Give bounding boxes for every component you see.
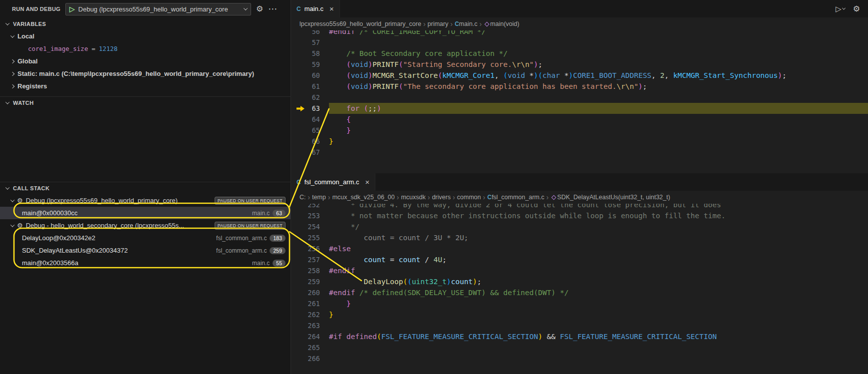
breadcrumb-item[interactable]: C: xyxy=(299,194,306,201)
scope-global[interactable]: Global xyxy=(0,55,290,67)
line-gutter[interactable]: 264 xyxy=(291,331,329,342)
callstack-frame[interactable]: SDK_DelayAtLeastUs@0x20034372fsl_common_… xyxy=(0,244,290,257)
line-gutter[interactable]: 59 xyxy=(291,59,329,70)
code-line-64[interactable]: 64 { xyxy=(291,114,868,125)
breadcrumb-item[interactable]: mcux_sdk_v25_06_00 xyxy=(332,194,395,201)
code-line-66[interactable]: 66} xyxy=(291,136,868,147)
code-line-67[interactable]: 67 xyxy=(291,147,868,158)
callstack-list: ⚙Debug (lpcxpresso55s69_hello_world_prim… xyxy=(0,194,290,269)
callstack-frame[interactable]: main@0x2003566amain.c55 xyxy=(0,257,290,269)
line-gutter[interactable]: 252 xyxy=(291,204,329,210)
line-gutter[interactable]: 261 xyxy=(291,298,329,309)
scope-label: Global xyxy=(17,57,37,65)
callstack-session[interactable]: ⚙Debug - hello_world_secondary_core (lpc… xyxy=(0,219,290,232)
line-gutter[interactable]: 263 xyxy=(291,320,329,331)
code-line-56[interactable]: 56#endif /* CORE1_IMAGE_COPY_TO_RAM */ xyxy=(291,30,868,37)
code-line-262[interactable]: 262} xyxy=(291,309,868,320)
line-gutter[interactable]: 64 xyxy=(291,114,329,125)
code-line-59[interactable]: 59 (void)PRINTF("Starting Secondary core… xyxy=(291,59,868,70)
gear-icon[interactable]: ⚙ xyxy=(853,5,860,13)
code-line-58[interactable]: 58 /* Boot Secondary core application */ xyxy=(291,48,868,59)
code-line-256[interactable]: 256#else xyxy=(291,243,868,254)
line-gutter[interactable]: 62 xyxy=(291,92,329,103)
callstack-session[interactable]: ⚙Debug (lpcxpresso55s69_hello_world_prim… xyxy=(0,194,290,207)
code-line-260[interactable]: 260#endif /* defined(SDK_DELAY_USE_DWT) … xyxy=(291,287,868,298)
debug-config-dropdown[interactable]: ▷ Debug (lpcxpresso55s69_hello_world_pri… xyxy=(65,3,251,15)
line-gutter[interactable]: 61 xyxy=(291,81,329,92)
code-line-65[interactable]: 65 } xyxy=(291,125,868,136)
code-line-266[interactable]: 266 xyxy=(291,353,868,364)
code-line-57[interactable]: 57 xyxy=(291,37,868,48)
callstack-frame[interactable]: main@0x000030ccmain.c63 xyxy=(0,207,290,219)
line-gutter[interactable]: 65 xyxy=(291,125,329,136)
breadcrumb-item[interactable]: mcuxsdk xyxy=(401,194,425,201)
line-gutter[interactable]: 66 xyxy=(291,136,329,147)
watch-section-header[interactable]: WATCH xyxy=(0,97,290,109)
line-gutter[interactable]: 265 xyxy=(291,342,329,353)
breadcrumb-item[interactable]: common xyxy=(457,194,481,201)
session-label: Debug - hello_world_secondary_core (lpcx… xyxy=(26,222,184,229)
breadcrumb-item[interactable]: lpcxpresso55s69_hello_world_primary_core xyxy=(299,20,421,27)
code-line-60[interactable]: 60 (void)MCMGR_StartCore(kMCMGR_Core1, (… xyxy=(291,70,868,81)
code-editor-fsl-common-arm-c[interactable]: 252 * divide 4. By the way, divide 2 or … xyxy=(291,204,868,374)
code-line-62[interactable]: 62 xyxy=(291,92,868,103)
line-gutter[interactable]: 259 xyxy=(291,276,329,287)
code-editor-main-c[interactable]: 56#endif /* CORE1_IMAGE_COPY_TO_RAM */57… xyxy=(291,30,868,173)
breadcrumb-item[interactable]: main(void) xyxy=(490,20,519,27)
line-gutter[interactable]: 255 xyxy=(291,232,329,243)
breadcrumb-item[interactable]: SDK_DelayAtLeastUs(uint32_t, uint32_t) xyxy=(557,194,670,201)
variable-row[interactable]: core1_image_size = 12128 xyxy=(0,42,290,55)
code-line-253[interactable]: 253 * not matter because other instructi… xyxy=(291,210,868,221)
line-gutter[interactable]: 256 xyxy=(291,243,329,254)
tab-fsl-common-arm-c[interactable]: C fsl_common_arm.c × xyxy=(291,173,375,191)
panel-title: RUN AND DEBUG xyxy=(12,6,60,12)
more-actions-icon[interactable]: ⋯ xyxy=(268,4,277,13)
tab-main-c[interactable]: C main.c × xyxy=(291,0,340,17)
line-badge: 55 xyxy=(273,260,286,267)
breadcrumb-item[interactable]: fsl_common_arm.c xyxy=(492,194,545,201)
code-line-258[interactable]: 258#endif xyxy=(291,265,868,276)
line-number: 67 xyxy=(312,147,320,158)
code-line-61[interactable]: 61 (void)PRINTF("The secondary core appl… xyxy=(291,81,868,92)
line-gutter[interactable]: 260 xyxy=(291,287,329,298)
line-number: 255 xyxy=(308,232,320,243)
line-gutter[interactable]: 258 xyxy=(291,265,329,276)
line-gutter[interactable]: 56 xyxy=(291,30,329,37)
breadcrumb-item[interactable]: main.c xyxy=(459,20,478,27)
line-gutter[interactable]: 253 xyxy=(291,210,329,221)
code-line-255[interactable]: 255 count = count / 3U * 2U; xyxy=(291,232,868,243)
callstack-frame[interactable]: DelayLoop@0x200342e2fsl_common_arm.c183 xyxy=(0,232,290,244)
close-icon[interactable]: × xyxy=(365,178,369,186)
breadcrumb-item[interactable]: temp xyxy=(312,194,326,201)
line-gutter[interactable]: 67 xyxy=(291,147,329,158)
line-gutter[interactable]: 262 xyxy=(291,309,329,320)
run-or-debug-icon[interactable]: ▷ xyxy=(836,4,845,13)
code-line-261[interactable]: 261 } xyxy=(291,298,868,309)
callstack-section-header[interactable]: CALL STACK xyxy=(0,182,290,194)
scope-local[interactable]: Local xyxy=(0,30,290,42)
code-line-265[interactable]: 265 xyxy=(291,342,868,353)
breadcrumb-item[interactable]: primary xyxy=(428,20,449,27)
close-icon[interactable]: × xyxy=(329,5,334,12)
code-line-263[interactable]: 263 xyxy=(291,320,868,331)
scope-static[interactable]: Static: main.c (C:\temp\lpcxpresso55s69_… xyxy=(0,67,290,80)
line-gutter[interactable]: 60 xyxy=(291,70,329,81)
code-line-252[interactable]: 252 * divide 4. By the way, divide 2 or … xyxy=(291,204,868,210)
line-gutter[interactable]: 57 xyxy=(291,37,329,48)
code-line-254[interactable]: 254 */ xyxy=(291,221,868,232)
code-line-257[interactable]: 257 count = count / 4U; xyxy=(291,254,868,265)
variables-section-header[interactable]: VARIABLES xyxy=(0,18,290,30)
frame-name: SDK_DelayAtLeastUs@0x20034372 xyxy=(22,247,128,254)
code-line-63[interactable]: 63 for (;;) xyxy=(291,103,868,114)
debug-start-icon[interactable]: ▷ xyxy=(69,5,75,12)
line-gutter[interactable]: 58 xyxy=(291,48,329,59)
line-gutter[interactable]: 266 xyxy=(291,353,329,364)
code-line-264[interactable]: 264#if defined(FSL_FEATURE_MEASURE_CRITI… xyxy=(291,331,868,342)
line-gutter[interactable]: 254 xyxy=(291,221,329,232)
line-gutter[interactable]: 257 xyxy=(291,254,329,265)
scope-registers[interactable]: Registers xyxy=(0,80,290,92)
line-gutter[interactable]: 63 xyxy=(291,103,329,114)
code-line-259[interactable]: 259 DelayLoop((uint32_t)count); xyxy=(291,276,868,287)
gear-icon[interactable]: ⚙ xyxy=(256,5,263,13)
breadcrumb-item[interactable]: drivers xyxy=(432,194,451,201)
